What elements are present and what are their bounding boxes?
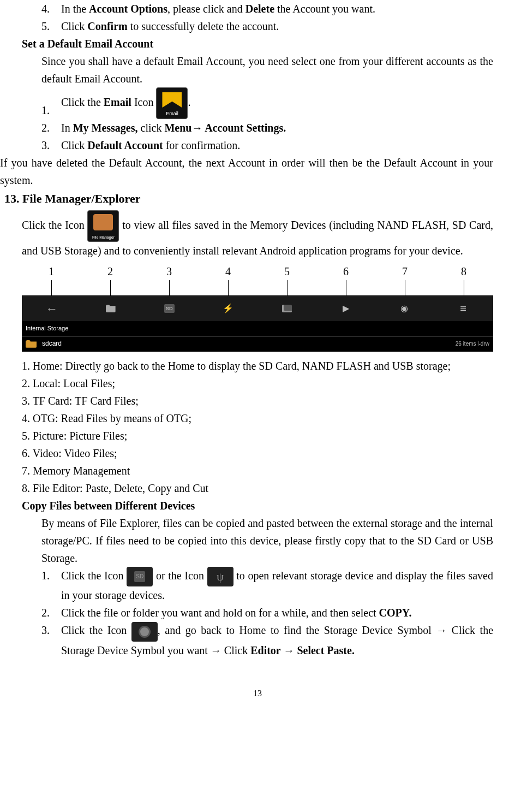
toolbar-label-4: 4 xyxy=(199,263,258,280)
toolbar-local-icon[interactable] xyxy=(81,296,140,321)
subheading-copy-files: Copy Files between Different Devices xyxy=(0,497,515,514)
text-bold: Delete xyxy=(245,3,274,15)
list-item: 7. Memory Management xyxy=(0,462,515,479)
text: In xyxy=(61,122,73,134)
toolbar-otg-icon[interactable] xyxy=(199,296,258,321)
list-item: 2. In My Messages, click Menu→ Account S… xyxy=(0,119,515,137)
toolbar-home-icon[interactable] xyxy=(22,296,81,321)
text-bold: Email xyxy=(104,96,131,108)
list-item: 1. Click the Icon or the Icon ψ to open … xyxy=(0,567,515,604)
list-item: 2. Local: Local Files; xyxy=(0,375,515,392)
list-item: 2. Click the file or folder you want and… xyxy=(0,604,515,621)
folder-icon xyxy=(26,340,37,348)
text-bold: Default Account xyxy=(87,139,163,151)
list-item: 5. Picture: Picture Files; xyxy=(0,427,515,444)
toolbar-label-3: 3 xyxy=(140,263,199,280)
list-number: 3. xyxy=(41,621,61,659)
text: to successfully delete the account. xyxy=(130,20,279,32)
paragraph: By means of File Explorer, files can be … xyxy=(0,514,515,567)
list-number: 1. xyxy=(41,567,61,604)
text-bold: COPY. xyxy=(379,607,412,619)
text-bold: Confirm xyxy=(87,20,130,32)
page-number: 13 xyxy=(0,686,515,701)
folder-name: sdcard xyxy=(42,339,62,349)
toolbar-editor-icon[interactable] xyxy=(434,296,493,321)
list-item: 8. File Editor: Paste, Delete, Copy and … xyxy=(0,479,515,497)
list-item: 3. TF Card: TF Card Files; xyxy=(0,392,515,410)
file-manager-toolbar-figure: 1 2 3 4 5 6 7 8 Internal Storage sdcard xyxy=(0,263,515,352)
toolbar-number-labels: 1 2 3 4 5 6 7 8 xyxy=(22,263,493,280)
text-bold: Menu xyxy=(164,122,191,134)
arrow-icon: → xyxy=(211,644,221,656)
text: , and go back to Home to find the Storag… xyxy=(158,624,436,636)
toolbar-label-5: 5 xyxy=(258,263,316,280)
list-number: 1. xyxy=(41,102,61,119)
text-bold: Editor xyxy=(250,644,283,656)
subheading-default-email: Set a Default Email Account xyxy=(0,35,515,52)
text: Click the file or folder you want and ho… xyxy=(61,607,379,619)
list-item: 6. Video: Video Files; xyxy=(0,444,515,462)
text-bold: My Messages, xyxy=(73,122,138,134)
list-number: 4. xyxy=(41,0,61,17)
toolbar-label-1: 1 xyxy=(22,263,81,280)
list-item: 1. Click the Email Icon . xyxy=(0,87,515,119)
text: . xyxy=(188,96,190,108)
arrow-icon: → xyxy=(191,122,202,134)
toolbar-tick-lines xyxy=(22,280,493,295)
toolbar-label-6: 6 xyxy=(316,263,375,280)
paragraph: If you have deleted the Default Account,… xyxy=(0,154,515,189)
file-manager-toolbar xyxy=(22,295,493,322)
text: click xyxy=(138,122,165,134)
text-bold: Select Paste. xyxy=(294,644,355,656)
subheading-text: Copy Files between Different Devices xyxy=(22,500,195,512)
toolbar-label-8: 8 xyxy=(434,263,493,280)
text: Click xyxy=(61,20,87,32)
toolbar-label-2: 2 xyxy=(81,263,140,280)
text: for confirmation. xyxy=(163,139,241,151)
text-bold: Account Settings. xyxy=(202,122,286,134)
list-item: 5. Click Confirm to successfully delete … xyxy=(0,17,515,35)
text: Click the Icon xyxy=(61,570,127,582)
memory-disk-icon xyxy=(131,622,158,642)
toolbar-memory-icon[interactable] xyxy=(375,296,434,321)
toolbar-label-7: 7 xyxy=(375,263,434,280)
toolbar-picture-icon[interactable] xyxy=(258,296,316,321)
list-item: 3. Click the Icon , and go back to Home … xyxy=(0,621,515,659)
text: Click the Icon xyxy=(61,624,131,636)
list-item: 4. OTG: Read Files by means of OTG; xyxy=(0,410,515,427)
paragraph: Click the Icon to view all files saved i… xyxy=(0,210,515,259)
sd-card-icon xyxy=(127,567,153,586)
file-manager-row[interactable]: sdcard 26 items l-drw xyxy=(22,336,493,352)
list-item: 3. Click Default Account for confirmatio… xyxy=(0,137,515,154)
list-number: 3. xyxy=(41,137,61,154)
toolbar-tfcard-icon[interactable] xyxy=(140,296,199,321)
toolbar-video-icon[interactable] xyxy=(316,296,375,321)
folder-meta: 26 items l-drw xyxy=(456,340,489,348)
arrow-icon: → xyxy=(436,624,447,636)
list-item: 4. In the Account Options, please click … xyxy=(0,0,515,17)
text: In the xyxy=(61,3,89,15)
list-item: 1. Home: Directly go back to the Home to… xyxy=(0,357,515,375)
file-manager-app-icon xyxy=(87,210,119,242)
text: Click the Icon xyxy=(22,219,87,231)
text: Click the xyxy=(61,96,104,108)
arrow-icon: → xyxy=(283,644,294,656)
list-number: 5. xyxy=(41,17,61,35)
file-manager-path: Internal Storage xyxy=(22,322,493,336)
text: or the Icon xyxy=(153,570,207,582)
text: Icon xyxy=(131,96,157,108)
email-app-icon xyxy=(156,87,188,119)
usb-icon: ψ xyxy=(207,567,233,586)
list-number: 2. xyxy=(41,119,61,137)
text: Click xyxy=(61,139,87,151)
paragraph: Since you shall have a default Email Acc… xyxy=(0,52,515,87)
text: the Account you want. xyxy=(274,3,375,15)
text: Click xyxy=(221,644,250,656)
subheading-text: Set a Default Email Account xyxy=(22,38,153,50)
text: , please click and xyxy=(167,3,245,15)
section-heading-file-manager: 13. File Manager/Explorer xyxy=(0,189,515,208)
list-number: 2. xyxy=(41,604,61,621)
text-bold: Account Options xyxy=(89,3,167,15)
